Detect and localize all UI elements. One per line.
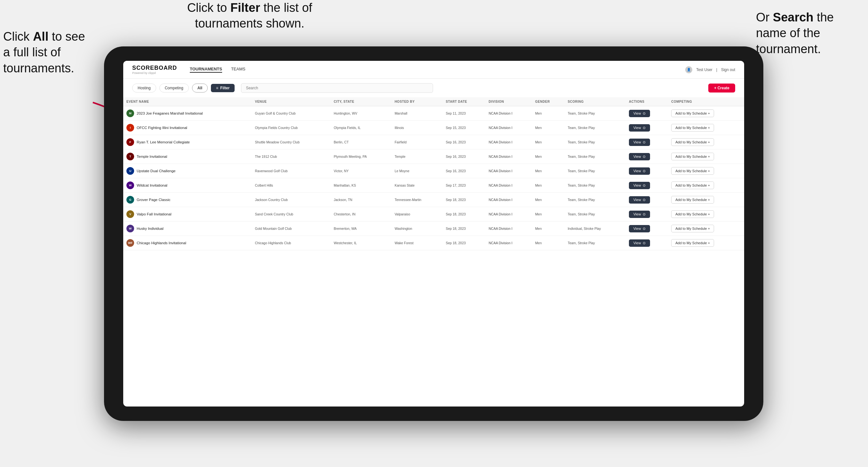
team-logo-7: V xyxy=(126,210,134,218)
add-schedule-button-6[interactable]: Add to My Schedule + xyxy=(671,196,714,204)
filter-label: Filter xyxy=(220,86,229,90)
cell-actions-6: View ⊙ xyxy=(626,193,668,207)
event-name-text-1: OFCC Fighting Illini Invitational xyxy=(137,126,187,130)
add-schedule-button-3[interactable]: Add to My Schedule + xyxy=(671,153,714,160)
view-button-7[interactable]: View ⊙ xyxy=(629,211,650,218)
cell-venue-4: Ravenwood Golf Club xyxy=(252,164,330,178)
col-gender: GENDER xyxy=(532,97,565,106)
cell-actions-2: View ⊙ xyxy=(626,135,668,150)
cell-scoring-7: Team, Stroke Play xyxy=(565,207,626,221)
search-input[interactable] xyxy=(241,83,433,93)
cell-hosted-7: Valparaiso xyxy=(392,207,443,221)
cell-gender-9: Men xyxy=(532,236,565,250)
col-start-date: START DATE xyxy=(443,97,486,106)
col-event-name: EVENT NAME xyxy=(123,97,252,106)
cell-hosted-3: Temple xyxy=(392,150,443,164)
signout-link[interactable]: Sign out xyxy=(721,67,735,72)
cell-competing-2: Add to My Schedule + xyxy=(668,135,744,150)
view-icon-7: ⊙ xyxy=(643,212,646,216)
cell-gender-8: Men xyxy=(532,221,565,236)
tournaments-table: EVENT NAME VENUE CITY, STATE HOSTED BY S… xyxy=(123,97,744,250)
cell-division-2: NCAA Division I xyxy=(486,135,532,150)
cell-city-5: Manhattan, KS xyxy=(331,178,392,193)
hosting-tab[interactable]: Hosting xyxy=(132,84,156,93)
nav-tournaments[interactable]: TOURNAMENTS xyxy=(190,67,222,73)
separator: | xyxy=(716,67,717,72)
add-schedule-button-2[interactable]: Add to My Schedule + xyxy=(671,138,714,146)
all-tab[interactable]: All xyxy=(192,84,208,93)
competing-tab[interactable]: Competing xyxy=(159,84,189,93)
add-schedule-button-9[interactable]: Add to My Schedule + xyxy=(671,239,714,247)
team-logo-9: WF xyxy=(126,239,134,247)
view-button-5[interactable]: View ⊙ xyxy=(629,182,650,189)
cell-actions-0: View ⊙ xyxy=(626,106,668,121)
cell-date-8: Sep 18, 2023 xyxy=(443,221,486,236)
team-logo-1: I xyxy=(126,124,134,131)
view-button-6[interactable]: View ⊙ xyxy=(629,196,650,204)
view-button-9[interactable]: View ⊙ xyxy=(629,240,650,247)
tournaments-table-container[interactable]: EVENT NAME VENUE CITY, STATE HOSTED BY S… xyxy=(123,97,744,406)
logo-sub: Powered by clippd xyxy=(132,71,177,74)
cell-event-name-2: F Ryan T. Lee Memorial Collegiate xyxy=(123,135,252,150)
cell-gender-3: Men xyxy=(532,150,565,164)
cell-competing-9: Add to My Schedule + xyxy=(668,236,744,250)
cell-venue-2: Shuttle Meadow Country Club xyxy=(252,135,330,150)
col-venue: VENUE xyxy=(252,97,330,106)
view-button-4[interactable]: View ⊙ xyxy=(629,167,650,175)
cell-hosted-1: Illinois xyxy=(392,121,443,135)
add-schedule-label-3: Add to My Schedule + xyxy=(675,155,710,158)
event-name-text-8: Husky Individual xyxy=(137,227,163,230)
cell-gender-7: Men xyxy=(532,207,565,221)
cell-city-9: Westchester, IL xyxy=(331,236,392,250)
event-name-text-7: Valpo Fall Invitational xyxy=(137,212,171,216)
cell-scoring-1: Team, Stroke Play xyxy=(565,121,626,135)
add-schedule-button-7[interactable]: Add to My Schedule + xyxy=(671,210,714,218)
cell-scoring-8: Individual, Stroke Play xyxy=(565,221,626,236)
cell-competing-1: Add to My Schedule + xyxy=(668,121,744,135)
add-schedule-label-4: Add to My Schedule + xyxy=(675,169,710,173)
team-logo-2: F xyxy=(126,138,134,146)
table-row: G Grover Page Classic Jackson Country Cl… xyxy=(123,193,744,207)
create-button[interactable]: + Create xyxy=(708,84,735,93)
table-row: M 2023 Joe Feaganes Marshall Invitationa… xyxy=(123,106,744,121)
main-nav: TOURNAMENTS TEAMS xyxy=(190,67,685,73)
cell-city-2: Berlin, CT xyxy=(331,135,392,150)
event-name-text-5: Wildcat Invitational xyxy=(137,183,167,187)
cell-city-1: Olympia Fields, IL xyxy=(331,121,392,135)
add-schedule-label-1: Add to My Schedule + xyxy=(675,126,710,130)
cell-venue-3: The 1912 Club xyxy=(252,150,330,164)
add-schedule-button-1[interactable]: Add to My Schedule + xyxy=(671,124,714,131)
view-icon-9: ⊙ xyxy=(643,241,646,245)
event-name-text-9: Chicago Highlands Invitational xyxy=(137,241,186,245)
nav-teams[interactable]: TEAMS xyxy=(231,67,246,73)
filter-button[interactable]: ≡ Filter xyxy=(211,84,235,92)
annotation-topleft: Click All to see a full list of tourname… xyxy=(3,29,93,76)
cell-gender-6: Men xyxy=(532,193,565,207)
cell-date-5: Sep 17, 2023 xyxy=(443,178,486,193)
add-schedule-label-2: Add to My Schedule + xyxy=(675,140,710,144)
view-button-3[interactable]: View ⊙ xyxy=(629,153,650,160)
table-row: WF Chicago Highlands Invitational Chicag… xyxy=(123,236,744,250)
view-button-1[interactable]: View ⊙ xyxy=(629,124,650,131)
cell-hosted-2: Fairfield xyxy=(392,135,443,150)
cell-city-4: Victor, NY xyxy=(331,164,392,178)
cell-event-name-5: W Wildcat Invitational xyxy=(123,178,252,193)
add-schedule-button-4[interactable]: Add to My Schedule + xyxy=(671,167,714,175)
event-name-text-3: Temple Invitational xyxy=(137,155,167,158)
cell-city-7: Chesterton, IN xyxy=(331,207,392,221)
add-schedule-button-5[interactable]: Add to My Schedule + xyxy=(671,182,714,189)
cell-gender-1: Men xyxy=(532,121,565,135)
cell-division-7: NCAA Division I xyxy=(486,207,532,221)
header-right: 👤 Test User | Sign out xyxy=(685,66,735,73)
add-schedule-button-0[interactable]: Add to My Schedule + xyxy=(671,110,714,117)
view-label-1: View xyxy=(633,126,641,130)
view-button-0[interactable]: View ⊙ xyxy=(629,110,650,117)
table-row: F Ryan T. Lee Memorial Collegiate Shuttl… xyxy=(123,135,744,150)
cell-gender-4: Men xyxy=(532,164,565,178)
view-button-8[interactable]: View ⊙ xyxy=(629,225,650,232)
view-button-2[interactable]: View ⊙ xyxy=(629,138,650,146)
view-label-6: View xyxy=(633,198,641,201)
add-schedule-button-8[interactable]: Add to My Schedule + xyxy=(671,225,714,232)
col-hosted-by: HOSTED BY xyxy=(392,97,443,106)
add-schedule-label-6: Add to My Schedule + xyxy=(675,198,710,201)
